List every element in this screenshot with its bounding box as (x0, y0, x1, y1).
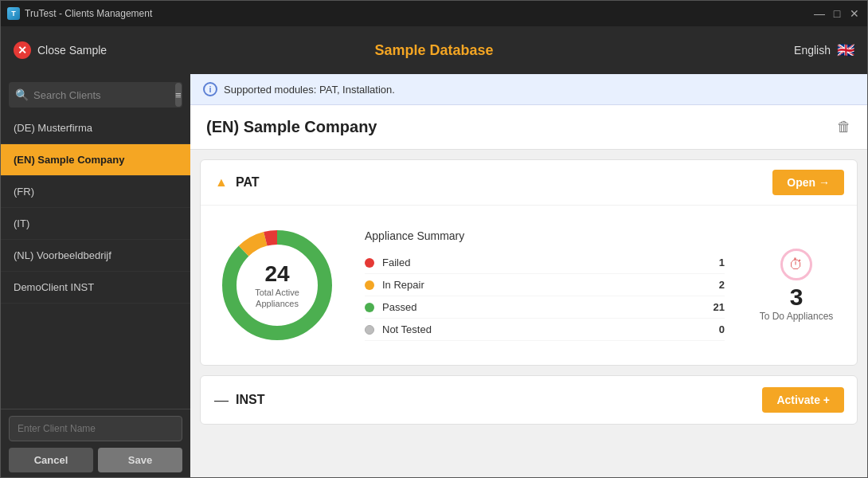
pat-module: ▲ PAT Open → (200, 159, 858, 366)
appliance-summary: Appliance Summary Failed 1 In Repair 2 (365, 229, 725, 341)
search-input[interactable] (33, 82, 167, 108)
close-sample-icon: ✕ (14, 41, 31, 59)
info-icon: i (203, 82, 217, 96)
language-label: English (794, 44, 831, 57)
not-tested-count: 0 (701, 323, 725, 335)
save-button[interactable]: Save (98, 448, 182, 472)
sidebar-item-musterfirma[interactable]: (DE) Musterfirma (1, 112, 190, 144)
client-name-input[interactable] (9, 416, 182, 441)
not-tested-label: Not Tested (382, 323, 693, 335)
pat-content: 24 Total Active Appliances Appliance Sum… (201, 206, 857, 365)
minimize-button[interactable]: — (813, 7, 826, 20)
summary-row-failed: Failed 1 (365, 252, 725, 274)
repair-dot (365, 280, 374, 290)
failed-dot (365, 258, 374, 268)
window-controls: — □ ✕ (813, 7, 861, 20)
summary-row-passed: Passed 21 (365, 296, 725, 319)
sidebar-item-sample-company[interactable]: (EN) Sample Company (1, 144, 190, 176)
window-title: TruTest - Clients Management (25, 8, 813, 19)
pat-toggle-icon[interactable]: ▲ (213, 174, 229, 190)
company-name: (EN) Sample Company (206, 118, 377, 136)
filter-icon: ≡ (175, 89, 182, 101)
maximize-button[interactable]: □ (831, 7, 843, 20)
title-bar: T TruTest - Clients Management — □ ✕ (1, 1, 867, 26)
sidebar-bottom: Cancel Save (1, 409, 190, 478)
pat-open-button[interactable]: Open → (772, 170, 844, 195)
inst-toggle-icon[interactable]: — (213, 392, 229, 408)
todo-count: 3 (790, 284, 803, 311)
content-wrapper: 🔍 ≡ (DE) Musterfirma (EN) Sample Company… (1, 74, 867, 478)
summary-row-not-tested: Not Tested 0 (365, 319, 725, 341)
passed-count: 21 (701, 301, 725, 313)
app-icon: T (7, 7, 20, 20)
passed-label: Passed (382, 301, 693, 313)
inst-module: — INST Activate + (200, 375, 858, 425)
todo-label: To Do Appliances (760, 311, 834, 322)
not-tested-dot (365, 325, 374, 335)
search-bar: 🔍 ≡ (9, 82, 182, 108)
sidebar-item-democlient[interactable]: DemoClient INST (1, 272, 190, 304)
summary-title: Appliance Summary (365, 229, 725, 242)
info-text: Supported modules: PAT, Installation. (224, 84, 395, 96)
sidebar-item-it[interactable]: (IT) (1, 208, 190, 240)
client-list: (DE) Musterfirma (EN) Sample Company (FR… (1, 112, 190, 409)
sidebar: 🔍 ≡ (DE) Musterfirma (EN) Sample Company… (1, 74, 190, 478)
info-bar: i Supported modules: PAT, Installation. (190, 74, 867, 105)
summary-row-repair: In Repair 2 (365, 274, 725, 296)
close-sample-label: Close Sample (37, 44, 107, 57)
window-close-button[interactable]: ✕ (848, 7, 861, 20)
donut-center: 24 Total Active Appliances (255, 261, 299, 310)
todo-section: ⏱ 3 To Do Appliances (749, 249, 844, 322)
failed-count: 1 (701, 257, 725, 268)
pat-module-header: ▲ PAT Open → (201, 160, 857, 206)
donut-chart: 24 Total Active Appliances (213, 221, 341, 349)
inst-module-name: INST (236, 393, 762, 407)
app-body: ✕ Close Sample Sample Database English 🇬… (1, 26, 867, 478)
delete-icon: 🗑 (837, 119, 851, 135)
flag-icon: 🇬🇧 (837, 41, 854, 59)
todo-clock-icon: ⏱ (780, 249, 812, 280)
repair-count: 2 (701, 279, 725, 291)
main-panel: i Supported modules: PAT, Installation. … (190, 74, 867, 478)
sidebar-actions: Cancel Save (9, 448, 182, 472)
delete-company-button[interactable]: 🗑 (837, 119, 851, 135)
search-icon: 🔍 (15, 88, 29, 101)
company-header: (EN) Sample Company 🗑 (190, 105, 867, 150)
top-bar: ✕ Close Sample Sample Database English 🇬… (1, 26, 867, 74)
sidebar-item-nl[interactable]: (NL) Voorbeeldbedrijf (1, 240, 190, 272)
pat-module-name: PAT (236, 175, 772, 190)
failed-label: Failed (382, 257, 693, 268)
repair-label: In Repair (382, 279, 693, 291)
inst-module-header: — INST Activate + (201, 376, 857, 424)
app-title: Sample Database (374, 42, 493, 59)
passed-dot (365, 303, 374, 312)
cancel-button[interactable]: Cancel (9, 448, 93, 472)
donut-total: 24 (255, 261, 299, 287)
donut-label: Total Active Appliances (255, 287, 299, 310)
sidebar-item-fr[interactable]: (FR) (1, 176, 190, 208)
language-area: English 🇬🇧 (794, 41, 854, 59)
inst-activate-button[interactable]: Activate + (762, 387, 844, 413)
filter-button[interactable]: ≡ (175, 83, 182, 107)
close-sample-button[interactable]: ✕ Close Sample (14, 41, 107, 59)
